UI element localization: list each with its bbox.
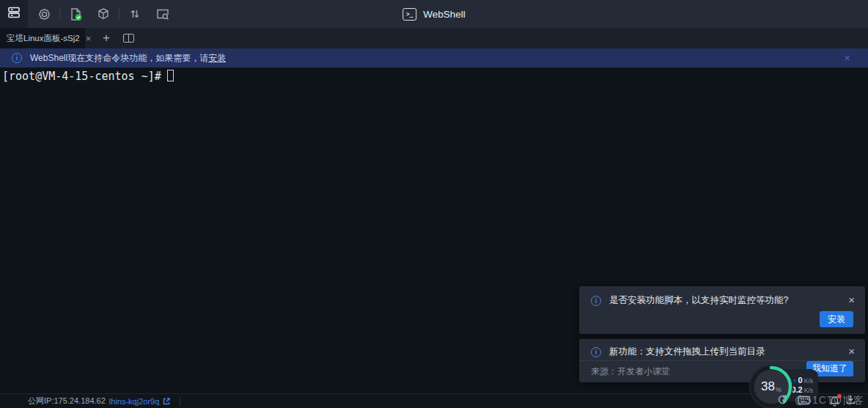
terminal-prompt: [root@VM-4-15-centos ~]# bbox=[2, 70, 161, 83]
plus-icon: + bbox=[103, 31, 110, 45]
install-button[interactable]: 安装 bbox=[820, 311, 853, 327]
terminal-cursor bbox=[167, 70, 174, 81]
tab-close-icon[interactable]: × bbox=[86, 34, 92, 43]
external-link-icon[interactable] bbox=[162, 397, 171, 406]
banner-install-link[interactable]: 安装 bbox=[208, 53, 226, 63]
public-ip-label: 公网IP:175.24.184.62 bbox=[28, 396, 106, 407]
sort-sessions-button[interactable] bbox=[121, 0, 149, 28]
reconnect-button[interactable] bbox=[777, 394, 788, 407]
window-search-icon bbox=[156, 7, 169, 21]
command-block-banner: i WebShell现在支持命令块功能，如果需要，请安装 × bbox=[0, 48, 868, 68]
info-icon: i bbox=[12, 53, 22, 63]
webshell-terminal-icon: >_ bbox=[402, 8, 416, 21]
app-title-group: >_ WebShell bbox=[402, 0, 466, 28]
server-list-icon bbox=[7, 6, 21, 22]
toast-install-script: i 是否安装功能脚本，以支持实时监控等功能? × 安装 bbox=[579, 286, 865, 334]
sort-arrows-icon bbox=[129, 8, 141, 20]
refresh-icon bbox=[777, 394, 788, 407]
toast-message: 新功能：支持文件拖拽上传到当前目录 bbox=[609, 346, 840, 358]
banner-text: WebShell现在支持命令块功能，如果需要，请安装 bbox=[30, 52, 226, 65]
notifications-button[interactable] bbox=[829, 396, 840, 407]
close-icon[interactable]: × bbox=[848, 346, 855, 357]
topbar: >_ WebShell bbox=[0, 0, 868, 28]
app-title: WebShell bbox=[423, 9, 466, 20]
topbar-divider bbox=[119, 8, 119, 20]
close-icon[interactable]: × bbox=[848, 294, 855, 305]
instance-link[interactable]: lhins-kqj2or9q bbox=[109, 397, 159, 406]
info-icon: i bbox=[591, 296, 601, 306]
settings-gear-icon bbox=[38, 8, 51, 21]
status-bar: 公网IP:175.24.184.62 lhins-kqj2or9q bbox=[0, 393, 868, 408]
keyboard-icon bbox=[798, 396, 810, 407]
info-icon: i bbox=[591, 347, 601, 357]
topbar-divider bbox=[59, 8, 60, 20]
download-icon bbox=[845, 394, 856, 407]
toast-message: 是否安装功能脚本，以支持实时监控等功能? bbox=[609, 294, 840, 307]
toast-new-feature: i 新功能：支持文件拖拽上传到当前目录 × 来源：开发者小课堂 我知道了 bbox=[579, 339, 865, 382]
download-manager-button[interactable] bbox=[845, 394, 856, 407]
split-columns-icon bbox=[123, 34, 134, 43]
toast-header: i 新功能：支持文件拖拽上传到当前目录 × bbox=[579, 339, 865, 358]
plugin-button[interactable] bbox=[89, 0, 117, 28]
bell-icon bbox=[829, 396, 840, 407]
gauge-unit: % bbox=[776, 386, 781, 393]
server-list-button[interactable] bbox=[0, 0, 28, 28]
gauge-value: 38 bbox=[761, 379, 775, 394]
package-box-icon bbox=[97, 7, 110, 21]
new-tab-button[interactable]: + bbox=[95, 28, 117, 48]
tab-label: 宝塔Linux面板-sSj2 bbox=[7, 33, 80, 44]
statusbar-divider bbox=[180, 397, 180, 406]
virtual-keyboard-button[interactable] bbox=[798, 396, 810, 407]
tab-baota-panel[interactable]: 宝塔Linux面板-sSj2 × bbox=[0, 28, 85, 48]
command-file-button[interactable] bbox=[62, 0, 89, 28]
find-window-button[interactable] bbox=[149, 0, 177, 28]
toast-header: i 是否安装功能脚本，以支持实时监控等功能? × bbox=[579, 286, 865, 307]
upload-unit: K/s bbox=[804, 378, 813, 385]
tab-bar: 宝塔Linux面板-sSj2 × + bbox=[0, 28, 868, 48]
file-check-icon bbox=[69, 7, 83, 21]
split-view-button[interactable] bbox=[117, 28, 139, 48]
settings-button[interactable] bbox=[30, 0, 58, 28]
toast-source: 来源：开发者小课堂 bbox=[591, 365, 670, 378]
download-unit: K/s bbox=[804, 387, 813, 394]
upload-value: 0 bbox=[798, 376, 803, 385]
banner-close-icon[interactable]: × bbox=[845, 48, 850, 68]
notification-badge bbox=[837, 394, 842, 398]
